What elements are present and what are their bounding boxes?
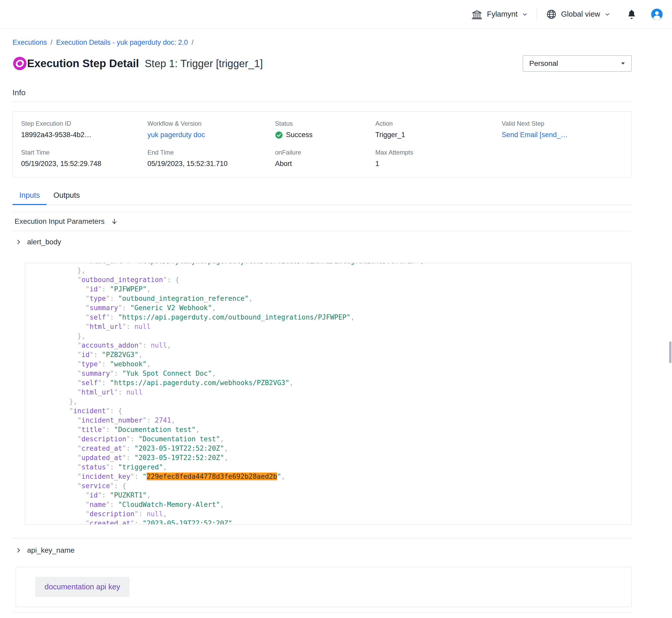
caret-down-icon	[620, 62, 625, 65]
info-heading: Info	[12, 88, 632, 97]
field-value: 05/19/2023, 15:52:29.748	[21, 160, 148, 168]
breadcrumb-separator: /	[51, 38, 53, 46]
chevron-right-icon	[15, 547, 22, 554]
field-label: Max Attempts	[375, 149, 502, 156]
field-label: End Time	[148, 149, 275, 156]
next-step-link[interactable]: Send Email [send_…	[502, 131, 623, 139]
expander-api-key-name[interactable]: api_key_name	[12, 538, 632, 562]
param-name-api-key-name: api_key_name	[27, 546, 75, 554]
field-valid-next-step: Valid Next Step Send Email [send_…	[502, 120, 623, 139]
breadcrumb-link-execution-details[interactable]: Execution Details - yuk pagerduty doc: 2…	[56, 38, 188, 46]
bank-icon	[471, 9, 483, 20]
field-label: Action	[375, 120, 502, 127]
api-key-name-chip: documentation api key	[35, 577, 130, 597]
scope-select[interactable]: Personal	[523, 56, 632, 72]
field-max-attempts: Max Attempts 1	[375, 149, 502, 168]
breadcrumb-link-executions[interactable]: Executions	[12, 38, 47, 46]
tab-bar: Inputs Outputs	[12, 191, 632, 205]
field-end-time: End Time 05/19/2023, 15:52:31.710	[148, 149, 275, 168]
success-check-icon	[275, 131, 283, 139]
breadcrumb: Executions / Execution Details - yuk pag…	[12, 38, 632, 46]
api-key-name-value-box: documentation api key	[16, 567, 632, 607]
divider	[12, 102, 632, 102]
main-content: Executions / Execution Details - yuk pag…	[12, 38, 632, 618]
field-value: 1	[375, 160, 502, 168]
field-label: Start Time	[21, 149, 148, 156]
field-action: Action Trigger_1	[375, 120, 502, 139]
json-viewer[interactable]: "html_url": "https://fylamynt.pagerduty.…	[25, 263, 632, 525]
user-avatar[interactable]	[651, 8, 663, 20]
field-label: Step Execution ID	[21, 120, 148, 127]
field-value: Abort	[275, 160, 375, 168]
chevron-down-icon	[604, 11, 610, 17]
field-value: Trigger_1	[375, 131, 502, 139]
view-name: Global view	[561, 10, 600, 18]
org-switcher[interactable]: Fylamynt	[471, 9, 528, 20]
field-label: Status	[275, 120, 375, 127]
page-scrollbar[interactable]	[669, 341, 671, 363]
field-workflow-version: Workflow & Version yuk pagerduty doc	[148, 120, 275, 139]
status-badge: Success	[275, 131, 375, 139]
divider	[537, 9, 537, 20]
expander-api-key-value[interactable]: api_key_value	[12, 612, 632, 618]
field-onfailure: onFailure Abort	[275, 149, 375, 168]
top-bar: Fylamynt Global view	[0, 0, 672, 29]
field-label: Workflow & Version	[148, 120, 275, 127]
org-name: Fylamynt	[487, 10, 517, 18]
status-text: Success	[286, 131, 313, 139]
field-status: Status Success	[275, 120, 375, 139]
field-value: 05/19/2023, 15:52:31.710	[148, 160, 275, 168]
workflow-logo-icon	[12, 56, 27, 71]
param-name-alert-body: alert_body	[27, 238, 61, 246]
page-title: Execution Step Detail	[27, 57, 139, 70]
field-label: onFailure	[275, 149, 375, 156]
view-switcher[interactable]: Global view	[546, 9, 610, 20]
field-value: 18992a43-9538-4b2…	[21, 131, 148, 139]
json-code: "html_url": "https://fylamynt.pagerduty.…	[25, 263, 632, 525]
empty-cell	[502, 149, 623, 168]
execution-input-parameters-header: Execution Input Parameters	[12, 212, 632, 231]
notifications-button[interactable]	[626, 9, 637, 20]
chevron-down-icon	[522, 11, 528, 17]
title-row: Execution Step Detail Step 1: Trigger [t…	[12, 56, 632, 72]
chevron-right-icon	[15, 239, 22, 245]
workflow-link[interactable]: yuk pagerduty doc	[148, 131, 275, 139]
field-step-execution-id: Step Execution ID 18992a43-9538-4b2…	[21, 120, 148, 139]
page-subtitle: Step 1: Trigger [trigger_1]	[145, 58, 263, 70]
person-icon	[651, 8, 663, 20]
info-card: Step Execution ID 18992a43-9538-4b2… Wor…	[12, 111, 632, 178]
tab-outputs[interactable]: Outputs	[47, 191, 87, 205]
bell-icon	[626, 9, 637, 20]
field-label: Valid Next Step	[502, 120, 623, 127]
expander-alert-body[interactable]: alert_body	[12, 231, 632, 253]
params-header-title: Execution Input Parameters	[15, 217, 105, 226]
scope-select-value: Personal	[529, 59, 558, 68]
field-start-time: Start Time 05/19/2023, 15:52:29.748	[21, 149, 148, 168]
breadcrumb-separator: /	[191, 38, 193, 46]
down-arrow-icon[interactable]	[110, 217, 118, 225]
tab-inputs[interactable]: Inputs	[12, 191, 47, 205]
globe-icon	[546, 9, 557, 20]
